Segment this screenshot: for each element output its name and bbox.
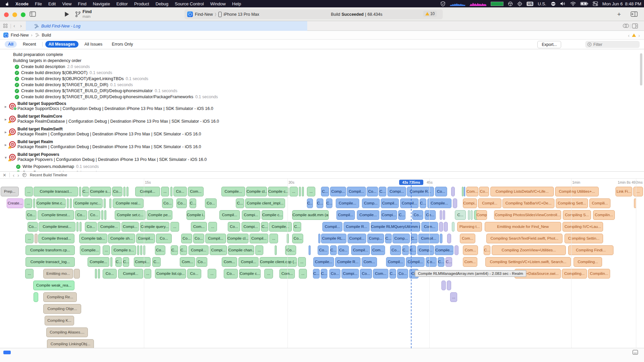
timeline-task-block[interactable]: Compiling LinkingObj...	[47, 339, 94, 348]
timeline-task-block[interactable]: Comp...	[392, 234, 410, 243]
timeline-task-block-small[interactable]	[110, 257, 112, 267]
timeline-task-block[interactable]: C...	[398, 210, 406, 220]
timeline-task-block[interactable]: Com...	[371, 245, 385, 255]
timeline-task-block[interactable]: Compil...	[205, 234, 226, 243]
timeline-task-block[interactable]: Co...	[224, 269, 238, 279]
menu-item-view[interactable]: View	[62, 1, 71, 6]
steering-wheel-icon[interactable]	[508, 1, 513, 6]
timeline-task-block-small[interactable]	[33, 198, 35, 208]
timeline-task-block[interactable]: Compil...	[347, 187, 366, 196]
timeline-task-block[interactable]: Co...	[329, 269, 340, 279]
timeline-task-block[interactable]: Compile timest...	[39, 222, 75, 232]
timeline-task-block[interactable]: Compiling...	[574, 257, 602, 267]
timeline-task-block[interactable]: Compile...	[336, 198, 359, 208]
timeline-task-block[interactable]: Compi...	[242, 210, 260, 220]
timeline-task-block-small[interactable]	[143, 245, 145, 255]
timeline-task-block[interactable]: Co...	[360, 269, 372, 279]
timeline-task-block[interactable]: Compili...	[589, 198, 610, 208]
build-log-pane[interactable]: Build preparation completeBuilding targe…	[0, 49, 644, 171]
timeline-task-block-small[interactable]	[79, 187, 81, 196]
timeline-task-block[interactable]: Compil...	[219, 210, 240, 220]
menu-item-file[interactable]: File	[35, 1, 42, 6]
timeline-task-block[interactable]: Compile time.c...	[36, 198, 66, 208]
timeline-task-block[interactable]: Com...	[460, 234, 475, 243]
log-step-line[interactable]: ✓Create build directory $(OBJROOT)0.1 se…	[0, 70, 637, 76]
timeline-task-block[interactable]: Com...	[373, 269, 388, 279]
timeline-task-block-small[interactable]	[299, 187, 301, 196]
timeline-task-block[interactable]: Compile RLMQueryUtil.mm (...	[371, 222, 420, 232]
timeline-task-block[interactable]: Compile R...	[335, 257, 361, 267]
log-line[interactable]: Build preparation complete	[0, 52, 637, 58]
timeline-task-block[interactable]: Compiling Findi...	[568, 245, 613, 255]
timeline-task-block-small[interactable]	[74, 269, 80, 279]
build-target-group[interactable]: ▸Build target RealmPackage Realm | Confi…	[0, 139, 637, 151]
timeline-task-block[interactable]: ...	[161, 187, 169, 196]
scope-pill-recent[interactable]: Recent	[19, 41, 40, 48]
timeline-task-block[interactable]: Compile client_impl...	[245, 198, 285, 208]
timeline-task-block-small[interactable]	[454, 245, 459, 255]
timeline-task-block[interactable]: Compiling Re...	[43, 292, 77, 302]
battery-icon[interactable]	[580, 2, 588, 6]
back-icon[interactable]: ‹	[13, 23, 15, 28]
timeline-task-block-small[interactable]	[441, 281, 446, 290]
timeline-task-block[interactable]: Co...	[412, 210, 423, 220]
timeline-task-block-small[interactable]	[309, 245, 311, 255]
menu-clock[interactable]: Mon Jun 6 8:48 PM	[602, 1, 641, 6]
timeline-task-block[interactable]: Co...	[285, 245, 296, 255]
timeline-task-block[interactable]: Co...	[103, 269, 117, 279]
timeline-task-block[interactable]: Compile i...	[186, 210, 205, 220]
timeline-back-icon[interactable]: ‹	[13, 173, 14, 178]
toggle-navigator-icon[interactable]	[30, 11, 36, 17]
timeline-task-block[interactable]: Compi...	[241, 222, 260, 232]
timeline-task-block[interactable]: Compile real...	[113, 198, 144, 208]
timeline-task-block[interactable]: Co...	[26, 210, 37, 220]
timeline-task-block[interactable]: ...	[24, 198, 32, 208]
timeline-task-block[interactable]: Compi...	[121, 222, 139, 232]
timeline-task-block-small[interactable]	[104, 210, 106, 220]
timeline-task-block-small[interactable]	[443, 210, 445, 220]
timeline-task-block[interactable]: Compil...	[118, 269, 143, 279]
timeline-task-block[interactable]: Co...	[85, 222, 97, 232]
breadcrumb-project[interactable]: Find-New	[11, 33, 29, 38]
disclosure-right-icon[interactable]: ▸	[5, 117, 7, 122]
message-pill-errors-only[interactable]: Errors Only	[108, 41, 136, 48]
timeline-task-block[interactable]: C...	[236, 198, 244, 208]
timeline-task-block[interactable]: Compiling PhotosSlidesViewControll...	[494, 210, 561, 220]
timeline-task-block-small[interactable]	[79, 222, 82, 232]
timeline-task-block[interactable]: Comp...	[367, 234, 384, 243]
timeline-task-block[interactable]: Compi...	[381, 210, 397, 220]
timeline-task-block[interactable]: Comp...	[330, 187, 346, 196]
timeline-task-block[interactable]: Compiling Sett...	[556, 198, 588, 208]
timeline-task-block-small[interactable]	[34, 292, 38, 302]
timeline-task-block[interactable]: C...	[313, 269, 320, 279]
menu-item-navigate[interactable]: Navigate	[93, 1, 110, 6]
timeline-task-block[interactable]: Compile transform.cp...	[25, 245, 75, 255]
timeline-task-block-small[interactable]	[447, 234, 451, 243]
timeline-task-block[interactable]: Co...	[88, 210, 100, 220]
log-scrollbar[interactable]	[640, 53, 642, 85]
build-target-group[interactable]: ▾Build target PopoversPackage Popovers |…	[0, 152, 637, 164]
log-step-line[interactable]: ✓Create build directory $(TARGET_BUILD_D…	[0, 88, 637, 94]
timeline-task-block[interactable]: Co...	[426, 257, 437, 267]
log-step-line[interactable]: ✓Create build description2.0 seconds	[0, 64, 637, 70]
timeline-task-block-small[interactable]	[70, 198, 72, 208]
timeline-task-block[interactable]: Co...	[156, 234, 172, 243]
timeline-task-block-small[interactable]	[137, 245, 139, 255]
timeline-task-block[interactable]: Co...	[162, 198, 173, 208]
build-target-group[interactable]: ▸Build target RealmCorePackage RealmData…	[0, 114, 637, 125]
timeline-task-block-small[interactable]	[440, 234, 442, 243]
timeline-task-block[interactable]: Compile set.c...	[115, 210, 146, 220]
disclosure-right-icon[interactable]: ▸	[5, 104, 7, 109]
timeline-task-block-small[interactable]	[451, 187, 455, 196]
timeline-task-block[interactable]: Compil...	[322, 222, 342, 232]
timeline-task-block[interactable]: Compiling...	[562, 269, 587, 279]
timeline-task-block[interactable]: C...	[411, 234, 418, 243]
close-timeline-icon[interactable]: ✕	[3, 173, 6, 177]
export-button[interactable]: Export...	[537, 41, 561, 48]
destination-name[interactable]: iPhone 13 Pro Max	[224, 12, 259, 17]
input-source-label[interactable]: U.S.	[538, 1, 546, 6]
timeline-task-block[interactable]: Compile tab...	[79, 234, 107, 243]
timeline-task-block[interactable]: C...	[321, 269, 327, 279]
timeline-task-block[interactable]: Co...	[181, 234, 192, 243]
menu-item-debug[interactable]: Debug	[156, 1, 168, 6]
